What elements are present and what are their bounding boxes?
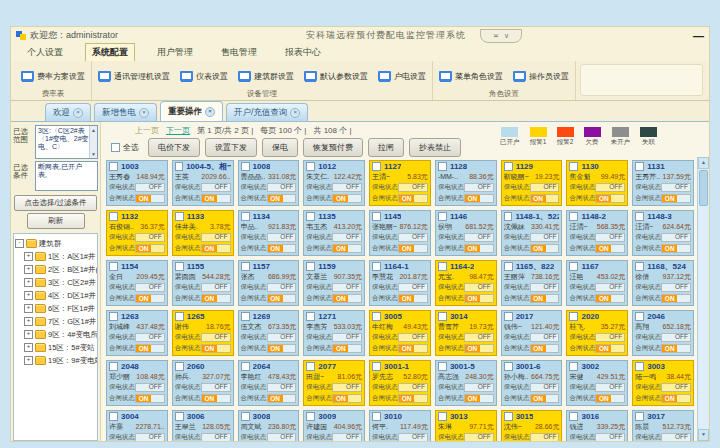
meter-card[interactable]: 3013 朱琳 97.71元 保电状态 OFF 合闸状态 ON bbox=[435, 410, 497, 441]
meter-checkbox[interactable] bbox=[109, 262, 118, 271]
baodian-toggle[interactable]: OFF bbox=[398, 383, 428, 392]
meter-card[interactable]: 1164-2 元宝. 98.47元 保电状态 OFF 合闸状态 ON bbox=[435, 260, 497, 306]
action-button[interactable]: 抄表禁止 bbox=[409, 138, 461, 157]
meter-checkbox[interactable] bbox=[635, 362, 644, 371]
tab-close-icon[interactable]: × bbox=[205, 107, 215, 117]
meter-card[interactable]: 2020 桂飞. 35.27元 保电状态 OFF 合闸状态 ON bbox=[566, 310, 628, 356]
hezha-toggle[interactable]: ON bbox=[530, 394, 560, 403]
meter-checkbox[interactable] bbox=[241, 412, 250, 421]
baodian-toggle[interactable]: OFF bbox=[464, 183, 494, 192]
ribbon-button[interactable]: 默认参数设置 bbox=[304, 71, 368, 82]
hezha-toggle[interactable]: ON bbox=[595, 194, 625, 203]
meter-card[interactable]: 1154 金日 209.45元 保电状态 OFF 合闸状态 ON bbox=[106, 260, 168, 306]
baodian-toggle[interactable]: OFF bbox=[661, 433, 691, 441]
baodian-toggle[interactable]: OFF bbox=[201, 233, 231, 242]
ribbon-button[interactable]: 菜单角色设置 bbox=[439, 71, 503, 82]
meter-card[interactable]: 2060 帅兵. 327.07元 保电状态 OFF 合闸状态 ON bbox=[172, 360, 234, 406]
baodian-toggle[interactable]: OFF bbox=[398, 183, 428, 192]
baodian-toggle[interactable]: OFF bbox=[135, 183, 165, 192]
meter-card[interactable]: 1132 石俊锦.. 36.37元 保电状态 OFF 合闸状态 ON bbox=[106, 210, 168, 256]
baodian-toggle[interactable]: OFF bbox=[332, 383, 362, 392]
action-button[interactable]: 电价下发 bbox=[148, 138, 200, 157]
meter-card[interactable]: 2064 李艳红 478.43元 保电状态 OFF 合闸状态 ON bbox=[238, 360, 300, 406]
meter-card[interactable]: 1263 刘城峰 437.48元 保电状态 OFF 合闸状态 ON bbox=[106, 310, 168, 356]
hezha-toggle[interactable]: ON bbox=[595, 394, 625, 403]
meter-card[interactable]: 3008 周文斌 236.80元 保电状态 OFF 合闸状态 ON bbox=[238, 410, 300, 441]
meter-card[interactable]: 1269 伍文杰 673.35元 保电状态 OFF 合闸状态 ON bbox=[238, 310, 300, 356]
meter-checkbox[interactable] bbox=[504, 362, 513, 371]
menu-item[interactable]: 报表中心 bbox=[279, 44, 327, 61]
meter-card[interactable]: 1131 王秀芹.. 137.59元 保电状态 OFF 合闸状态 ON bbox=[632, 160, 694, 206]
meter-checkbox[interactable] bbox=[175, 412, 184, 421]
baodian-toggle[interactable]: OFF bbox=[267, 233, 297, 242]
hezha-toggle[interactable]: ON bbox=[201, 344, 231, 353]
baodian-toggle[interactable]: OFF bbox=[595, 383, 625, 392]
meter-card[interactable]: 3001-5 高志强 248.30元 保电状态 OFF 合闸状态 ON bbox=[435, 360, 497, 406]
selected-cond-listbox[interactable]: 断网表,已开户表, bbox=[35, 161, 98, 191]
tab-close-icon[interactable]: × bbox=[290, 108, 300, 118]
meter-card[interactable]: 3005 牛红梅 49.43元 保电状态 OFF 合闸状态 ON bbox=[369, 310, 431, 356]
meter-checkbox[interactable] bbox=[306, 262, 315, 271]
meter-card[interactable]: 1127 王清~ 5.83元 保电状态 OFF 合闸状态 ON bbox=[369, 160, 431, 206]
meter-checkbox[interactable] bbox=[504, 262, 513, 271]
meter-checkbox[interactable] bbox=[241, 162, 250, 171]
hezha-toggle[interactable]: ON bbox=[464, 244, 494, 253]
meter-checkbox[interactable] bbox=[635, 212, 644, 221]
meter-checkbox[interactable] bbox=[306, 362, 315, 371]
tree-node[interactable]: +4区：D区1#井（D bbox=[15, 289, 96, 302]
meter-card[interactable]: 3010 何平. 117.49元 保电状态 OFF 合闸状态 ON bbox=[369, 410, 431, 441]
meter-card[interactable]: 3004 许寨 2278.71.. 保电状态 OFF 合闸状态 ON bbox=[106, 410, 168, 441]
baodian-toggle[interactable]: OFF bbox=[595, 183, 625, 192]
meter-checkbox[interactable] bbox=[569, 362, 578, 371]
meter-card[interactable]: 1146 侯明 681.52元 保电状态 OFF 合闸状态 ON bbox=[435, 210, 497, 256]
baodian-toggle[interactable]: OFF bbox=[530, 283, 560, 292]
meter-checkbox[interactable] bbox=[109, 212, 118, 221]
meter-checkbox[interactable] bbox=[175, 212, 184, 221]
meter-checkbox[interactable] bbox=[635, 162, 644, 171]
hezha-toggle[interactable]: ON bbox=[201, 244, 231, 253]
meter-card[interactable]: 3002 宋健 429.51元 保电状态 OFF 合闸状态 ON bbox=[566, 360, 628, 406]
baodian-toggle[interactable]: OFF bbox=[332, 433, 362, 441]
ribbon-button[interactable]: 建筑群设置 bbox=[238, 71, 294, 82]
ribbon-collapse-pill[interactable]: ≍ ∨ bbox=[480, 29, 522, 43]
meter-card[interactable]: 1157 张杰 686.99元 保电状态 OFF 合闸状态 ON bbox=[238, 260, 300, 306]
baodian-toggle[interactable]: OFF bbox=[201, 183, 231, 192]
hezha-toggle[interactable]: ON bbox=[135, 394, 165, 403]
hezha-toggle[interactable]: ON bbox=[135, 244, 165, 253]
meter-checkbox[interactable] bbox=[569, 262, 578, 271]
tree-node[interactable]: +15区：5#变站（3 bbox=[15, 341, 96, 354]
meter-card[interactable]: 1148-1、522 沈佩妹 330.41元 保电状态 OFF 合闸状态 ON bbox=[501, 210, 563, 256]
meter-checkbox[interactable] bbox=[504, 412, 513, 421]
ribbon-button[interactable]: 通讯管理机设置 bbox=[98, 71, 170, 82]
hezha-toggle[interactable]: ON bbox=[595, 244, 625, 253]
baodian-toggle[interactable]: OFF bbox=[332, 283, 362, 292]
hezha-toggle[interactable]: ON bbox=[661, 244, 691, 253]
hezha-toggle[interactable]: ON bbox=[135, 344, 165, 353]
meter-checkbox[interactable] bbox=[306, 312, 315, 321]
hezha-toggle[interactable]: ON bbox=[398, 194, 428, 203]
baodian-toggle[interactable]: OFF bbox=[201, 433, 231, 441]
baodian-toggle[interactable]: OFF bbox=[398, 233, 428, 242]
tab-close-icon[interactable]: × bbox=[73, 108, 83, 118]
menu-item[interactable]: 个人设置 bbox=[21, 44, 69, 61]
expand-node-icon[interactable]: + bbox=[24, 330, 33, 339]
menu-item[interactable]: 用户管理 bbox=[151, 44, 199, 61]
scrollbar-thumb[interactable] bbox=[699, 170, 708, 206]
baodian-toggle[interactable]: OFF bbox=[464, 283, 494, 292]
baodian-toggle[interactable]: OFF bbox=[595, 333, 625, 342]
hezha-toggle[interactable]: ON bbox=[464, 344, 494, 353]
prev-page-link[interactable]: 上一页 bbox=[135, 125, 159, 136]
hezha-toggle[interactable]: ON bbox=[661, 344, 691, 353]
listbox-scrollbar[interactable]: ▲▼ bbox=[89, 126, 97, 158]
baodian-toggle[interactable]: OFF bbox=[135, 333, 165, 342]
meter-checkbox[interactable] bbox=[175, 312, 184, 321]
baodian-toggle[interactable]: OFF bbox=[267, 283, 297, 292]
meter-checkbox[interactable] bbox=[569, 412, 578, 421]
meter-checkbox[interactable] bbox=[175, 262, 184, 271]
hezha-toggle[interactable]: ON bbox=[267, 344, 297, 353]
meter-card[interactable]: 1168、524 徐倩 937.12元 保电状态 OFF 合闸状态 ON bbox=[632, 260, 694, 306]
baodian-toggle[interactable]: OFF bbox=[135, 233, 165, 242]
hezha-toggle[interactable]: ON bbox=[530, 344, 560, 353]
baodian-toggle[interactable]: OFF bbox=[135, 433, 165, 441]
baodian-toggle[interactable]: OFF bbox=[332, 183, 362, 192]
